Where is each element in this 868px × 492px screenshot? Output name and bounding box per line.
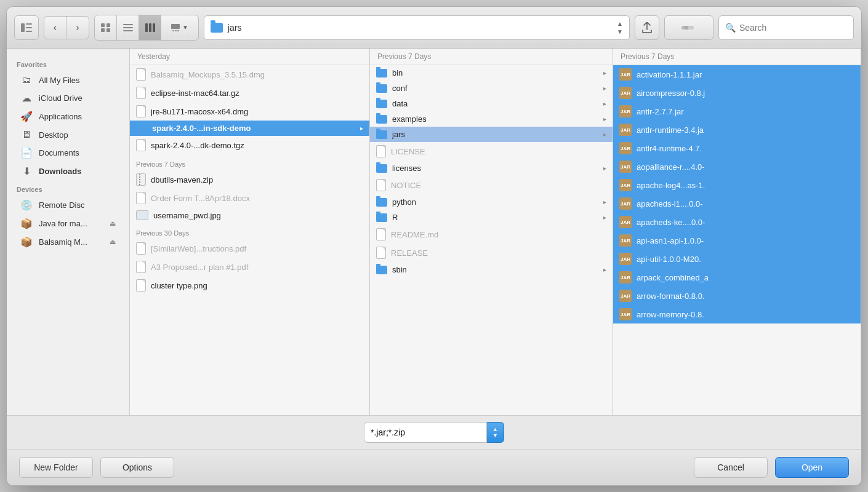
sidebar-item-remote-disc[interactable]: 💿 Remote Disc	[10, 196, 126, 214]
list-item[interactable]: JAR antlr-2.7.7.jar	[613, 102, 861, 121]
list-item[interactable]: eclipse-inst-mac64.tar.gz	[130, 84, 369, 102]
sidebar-item-icloud-drive[interactable]: ☁ iCloud Drive	[10, 89, 126, 107]
gallery-view-button[interactable]: ▼	[161, 15, 198, 40]
sidebar-item-label: Documents	[39, 148, 79, 157]
list-item[interactable]: A3 Proposed...r plan #1.pdf	[130, 258, 369, 276]
sidebar-item-label: Balsamiq M...	[39, 237, 87, 247]
file-icon	[136, 192, 146, 204]
list-item[interactable]: Order Form T...8Apr18.docx	[130, 189, 369, 207]
sidebar-item-java[interactable]: 📦 Java for ma... ⏏	[10, 215, 126, 232]
list-item[interactable]: JAR antlr-runtime-3.4.ja	[613, 121, 861, 139]
list-item[interactable]: JAR activation-1.1.1.jar	[613, 65, 861, 84]
list-item[interactable]: NOTICE	[370, 176, 613, 194]
jar-icon: JAR	[619, 124, 632, 136]
search-input[interactable]	[739, 23, 847, 33]
file-name: apacheds-i1....0.0-	[637, 199, 854, 208]
right-pane: Previous 7 Days JAR activation-1.1.1.jar…	[613, 49, 861, 415]
file-name: sbin	[392, 265, 598, 274]
list-item[interactable]: R ▸	[370, 210, 613, 225]
share-button[interactable]	[635, 15, 659, 40]
sidebar-toggle-button[interactable]	[14, 15, 39, 40]
folder-icon	[136, 124, 147, 133]
location-up-button[interactable]: ▲	[617, 20, 623, 27]
sidebar-item-balsamiq[interactable]: 📦 Balsamiq M... ⏏	[10, 233, 126, 251]
eject-icon[interactable]: ⏏	[110, 220, 116, 228]
sidebar-item-documents[interactable]: 📄 Documents	[10, 144, 126, 162]
sidebar-item-applications[interactable]: 🚀 Applications	[10, 108, 126, 125]
list-item[interactable]: JAR arrow-memory-0.8.	[613, 305, 861, 323]
list-item[interactable]: python ▸	[370, 194, 613, 210]
tag-button[interactable]	[664, 15, 713, 40]
list-item[interactable]: JAR aircompressor-0.8.j	[613, 84, 861, 102]
filter-input[interactable]	[371, 427, 480, 437]
list-item[interactable]: LICENSE	[370, 142, 613, 161]
sidebar-item-label: Applications	[39, 112, 82, 121]
jar-icon: JAR	[619, 253, 632, 265]
jar-icon: JAR	[619, 87, 632, 99]
list-item[interactable]: cluster type.png	[130, 276, 369, 295]
list-item[interactable]: README.md	[370, 225, 613, 244]
file-name: username_pwd.jpg	[153, 211, 363, 220]
list-item[interactable]: JAR apacheds-ke....0.0-	[613, 213, 861, 231]
sidebar-item-label: All My Files	[39, 76, 79, 85]
bottom-right-buttons: Cancel Open	[694, 457, 849, 478]
svg-rect-17	[177, 30, 179, 31]
list-item[interactable]: JAR aopalliance-r....4.0-	[613, 157, 861, 176]
filter-stepper-button[interactable]: ▲ ▼	[487, 422, 504, 443]
list-item[interactable]: JAR apacheds-i1....0.0-	[613, 194, 861, 213]
list-view-button[interactable]	[117, 15, 139, 40]
eject-icon-balsamiq[interactable]: ⏏	[110, 238, 116, 246]
location-down-button[interactable]: ▼	[617, 28, 623, 35]
list-item[interactable]: username_pwd.jpg	[130, 207, 369, 223]
file-name: jars	[392, 130, 598, 139]
file-icon	[136, 105, 146, 117]
file-name: python	[392, 197, 598, 207]
open-button[interactable]: Open	[775, 457, 849, 478]
list-item[interactable]: dbutils-maven.zip	[130, 170, 369, 189]
list-item[interactable]: spark-2.4.0-...dk-demo.tgz	[130, 136, 369, 154]
list-item[interactable]: spark-2.4.0-...in-sdk-demo ▸	[130, 121, 369, 136]
list-item[interactable]: bin ▸	[370, 65, 613, 81]
list-item[interactable]: Balsamiq_Mockups_3.5.15.dmg	[130, 65, 369, 84]
sidebar-item-all-my-files[interactable]: 🗂 All My Files	[10, 71, 126, 89]
list-item[interactable]: JAR apache-log4...as-1.	[613, 176, 861, 194]
forward-button[interactable]: ›	[66, 17, 89, 39]
yesterday-header: Yesterday	[130, 49, 369, 65]
list-item[interactable]: JAR antlr4-runtime-4.7.	[613, 139, 861, 157]
list-item[interactable]: JAR api-util-1.0.0-M20.	[613, 250, 861, 268]
list-item[interactable]: JAR arpack_combined_a	[613, 268, 861, 287]
back-button[interactable]: ‹	[44, 17, 66, 39]
list-item[interactable]: jre-8u171-macosx-x64.dmg	[130, 102, 369, 121]
file-name: apache-log4...as-1.	[637, 181, 854, 190]
sidebar-item-downloads[interactable]: ⬇ Downloads	[10, 162, 126, 180]
list-item[interactable]: licenses ▸	[370, 161, 613, 176]
sidebar-item-desktop[interactable]: 🖥 Desktop	[10, 126, 126, 143]
new-folder-button[interactable]: New Folder	[19, 457, 93, 478]
bottom-left-buttons: New Folder Options	[19, 457, 174, 478]
right-items: JAR activation-1.1.1.jar JAR aircompress…	[613, 65, 861, 415]
sidebar-item-label: Downloads	[39, 167, 81, 176]
options-button[interactable]: Options	[100, 457, 174, 478]
list-item[interactable]: sbin ▸	[370, 262, 613, 277]
file-name: NOTICE	[391, 181, 606, 190]
file-icon	[136, 242, 146, 255]
list-item[interactable]: JAR arrow-format-0.8.0.	[613, 287, 861, 305]
arrow-icon: ▸	[603, 131, 606, 138]
balsamiq-icon: 📦	[20, 236, 33, 248]
file-icon	[136, 68, 146, 81]
icon-view-button[interactable]	[95, 15, 117, 40]
jar-icon: JAR	[619, 197, 632, 210]
cancel-button[interactable]: Cancel	[694, 457, 768, 478]
list-item[interactable]: conf ▸	[370, 81, 613, 96]
column-view-button[interactable]	[139, 15, 161, 40]
svg-rect-10	[123, 30, 133, 31]
list-item[interactable]: RELEASE	[370, 244, 613, 262]
right-header: Previous 7 Days	[613, 49, 861, 65]
list-item[interactable]: data ▸	[370, 96, 613, 111]
list-item[interactable]: jars ▸	[370, 127, 613, 142]
list-item[interactable]: [SimilarWeb]...tructions.pdf	[130, 239, 369, 258]
list-item[interactable]: JAR api-asn1-api-1.0.0-	[613, 231, 861, 250]
search-bar[interactable]: 🔍	[718, 15, 854, 40]
list-item[interactable]: examples ▸	[370, 111, 613, 127]
location-bar[interactable]: jars ▲ ▼	[204, 15, 630, 40]
